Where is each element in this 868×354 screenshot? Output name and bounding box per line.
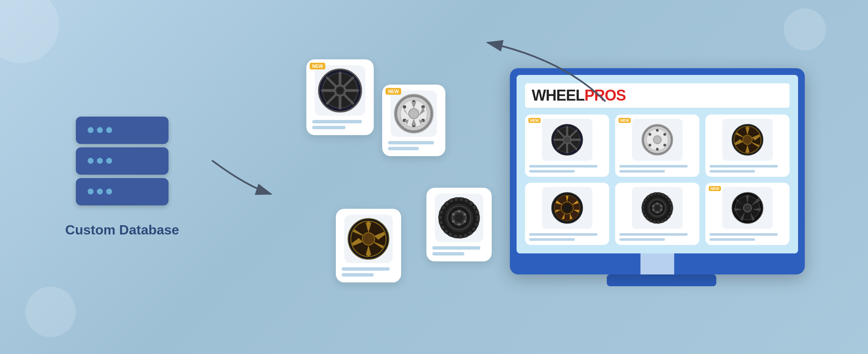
wheel-svg-chrome [393, 93, 435, 135]
db-dot [88, 127, 94, 133]
card-line [710, 165, 778, 168]
svg-point-64 [743, 135, 752, 144]
database-stack [76, 117, 169, 205]
monitor-card-1: NEW [525, 114, 609, 177]
db-dot [88, 158, 94, 164]
wheel-image-2 [391, 90, 437, 137]
monitor-card-5 [615, 183, 699, 245]
database-section: Custom Database [55, 117, 190, 238]
db-dot [106, 158, 112, 164]
monitor-wheel-svg-3 [729, 123, 766, 157]
product-card-3 [336, 209, 401, 282]
svg-point-56 [656, 129, 659, 131]
svg-point-57 [663, 133, 666, 136]
svg-point-58 [663, 144, 666, 146]
monitor-wheel-svg-5 [638, 191, 676, 225]
svg-point-35 [463, 213, 466, 215]
db-dot [106, 189, 112, 194]
monitor-wheel-4 [542, 187, 592, 229]
svg-point-79 [652, 209, 654, 211]
card-line [432, 252, 464, 256]
card-line [619, 233, 688, 236]
monitor-grid: NEW [525, 114, 790, 245]
svg-point-60 [648, 144, 651, 146]
svg-point-33 [455, 213, 463, 222]
svg-point-61 [648, 133, 651, 136]
new-badge-1: NEW [310, 63, 326, 69]
svg-point-59 [656, 148, 659, 150]
card-line [529, 170, 575, 173]
wheel-svg-tire [437, 196, 481, 240]
card-line [312, 120, 362, 123]
db-dot [97, 127, 103, 133]
middle-cards-section: NEW [294, 51, 496, 303]
content-area: Custom Database NEW [55, 30, 813, 325]
card-lines-1 [312, 120, 368, 129]
db-dot [106, 127, 112, 133]
db-layer-1 [76, 117, 169, 144]
monitor-stand-base [607, 274, 716, 286]
card-line [388, 141, 434, 144]
svg-point-55 [653, 136, 661, 144]
db-dot [88, 189, 94, 194]
monitor-wheel-3 [722, 119, 773, 161]
svg-point-68 [564, 205, 571, 211]
card-lines-4 [432, 246, 486, 256]
svg-point-75 [656, 202, 659, 205]
card-line [388, 147, 419, 150]
monitor-card-4 [525, 183, 609, 245]
svg-point-34 [458, 210, 460, 212]
monitor-card-3 [705, 114, 790, 177]
svg-point-76 [660, 205, 662, 207]
monitor-wheel-svg-2 [638, 123, 676, 157]
card-line [710, 238, 755, 241]
monitor-wheel-1 [542, 119, 592, 161]
card-line [619, 170, 665, 173]
card-line [529, 238, 575, 241]
monitor-card-lines-4 [529, 233, 605, 241]
new-badge-2: NEW [386, 88, 402, 95]
wheel-image-4 [435, 194, 483, 242]
monitor-card-2: NEW [615, 114, 699, 177]
card-line [529, 233, 597, 236]
monitor-card-6: NEW [705, 183, 790, 245]
db-layer-3 [76, 178, 169, 205]
monitor-wheel-svg-4 [548, 191, 586, 225]
svg-point-38 [452, 220, 454, 222]
card-line [342, 273, 374, 277]
monitor-wheel-svg-6 [729, 191, 766, 225]
svg-point-80 [652, 205, 654, 207]
monitor-wheel-5 [632, 187, 683, 229]
monitor-card-lines-2 [619, 165, 695, 173]
db-dot [97, 189, 103, 194]
db-layer-2 [76, 147, 169, 175]
wheel-svg-dark-spoke [317, 67, 363, 114]
svg-point-74 [655, 205, 660, 210]
arrow-db-to-middle [204, 152, 279, 202]
monitor-card-lines-5 [619, 233, 695, 241]
card-line [619, 165, 688, 168]
monitor-new-badge-2: NEW [619, 118, 631, 123]
monitor-card-lines-1 [529, 165, 605, 173]
db-dots-1 [88, 127, 112, 133]
db-dots-3 [88, 189, 112, 194]
card-line [312, 126, 346, 129]
svg-point-77 [660, 209, 662, 211]
card-line [529, 165, 597, 168]
svg-point-17 [409, 109, 419, 119]
svg-point-36 [463, 220, 466, 222]
svg-point-39 [452, 213, 454, 215]
monitor-wheel-svg-1 [548, 123, 586, 157]
product-card-4 [426, 188, 492, 261]
monitor-new-badge-6: NEW [709, 186, 721, 191]
database-label: Custom Database [65, 222, 179, 238]
monitor-new-badge-1: NEW [528, 118, 541, 123]
card-lines-3 [342, 267, 395, 277]
product-card-1: NEW [306, 59, 374, 135]
svg-point-4 [336, 87, 344, 94]
svg-point-26 [362, 232, 374, 245]
card-line [619, 238, 665, 241]
wheel-svg-bronze [346, 217, 391, 261]
svg-point-37 [458, 223, 460, 226]
monitor-wheel-2 [632, 119, 683, 161]
